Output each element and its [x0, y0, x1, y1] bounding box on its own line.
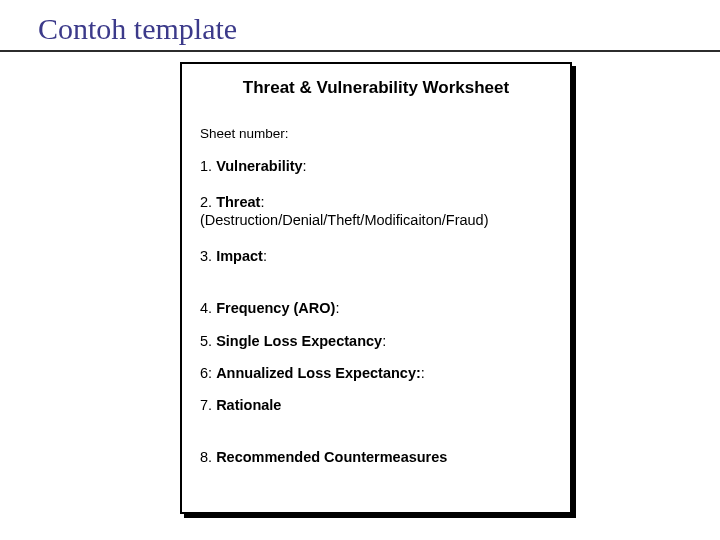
field-threat-note: (Destruction/Denial/Theft/Modificaiton/F…: [200, 212, 489, 228]
title-underline: [0, 50, 720, 52]
field-num: 5.: [200, 333, 212, 349]
worksheet-title: Threat & Vulnerability Worksheet: [200, 78, 552, 98]
field-suffix: :: [303, 158, 307, 174]
field-countermeasures: 8. Recommended Countermeasures: [200, 448, 552, 466]
field-label: Frequency (ARO): [216, 300, 335, 316]
field-suffix: :: [421, 365, 425, 381]
field-num: 4.: [200, 300, 212, 316]
field-impact: 3. Impact:: [200, 247, 552, 265]
worksheet-box: Threat & Vulnerability Worksheet Sheet n…: [180, 62, 572, 514]
field-num: 8.: [200, 449, 212, 465]
field-num: 3.: [200, 248, 212, 264]
field-rationale: 7. Rationale: [200, 396, 552, 414]
field-num: 1.: [200, 158, 212, 174]
field-num: 6:: [200, 365, 212, 381]
field-suffix: :: [335, 300, 339, 316]
field-label: Annualized Loss Expectancy:: [216, 365, 421, 381]
field-ale: 6: Annualized Loss Expectancy::: [200, 364, 552, 382]
field-suffix: :: [260, 194, 264, 210]
field-suffix: :: [382, 333, 386, 349]
slide-title: Contoh template: [38, 12, 237, 46]
field-sle: 5. Single Loss Expectancy:: [200, 332, 552, 350]
field-vulnerability: 1. Vulnerability:: [200, 157, 552, 175]
field-frequency: 4. Frequency (ARO):: [200, 299, 552, 317]
field-label: Vulnerability: [216, 158, 302, 174]
field-label: Threat: [216, 194, 260, 210]
field-label: Single Loss Expectancy: [216, 333, 382, 349]
field-num: 2.: [200, 194, 212, 210]
field-label: Recommended Countermeasures: [216, 449, 447, 465]
field-threat: 2. Threat: (Destruction/Denial/Theft/Mod…: [200, 193, 552, 229]
field-label: Impact: [216, 248, 263, 264]
sheet-number-label: Sheet number:: [200, 126, 552, 143]
field-suffix: :: [263, 248, 267, 264]
field-label: Rationale: [216, 397, 281, 413]
field-num: 7.: [200, 397, 212, 413]
